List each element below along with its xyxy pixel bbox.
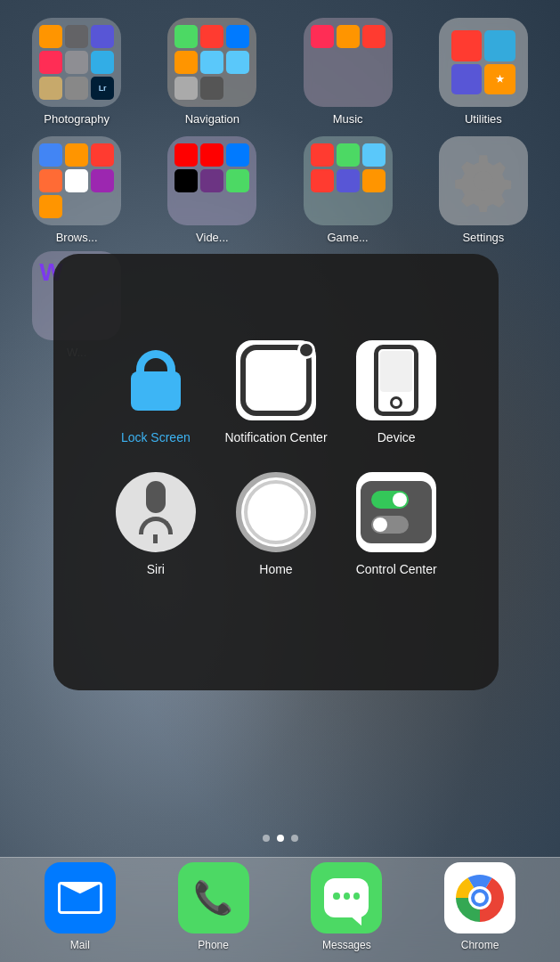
chrome-icon [444,862,515,933]
dock-app-phone[interactable]: 📞 Phone [178,862,249,951]
toggle-knob-1 [393,493,407,507]
control-center-label: Control Center [356,561,437,577]
mic-body [146,481,166,513]
toggle-knob-2 [373,518,387,532]
dock-app-mail[interactable]: Mail [45,862,116,951]
page-dots [0,835,560,842]
folder-row-2: Brows... Vide... [9,136,551,244]
folder-video[interactable]: Vide... [154,136,270,244]
folder-music-icon [304,18,393,107]
page-dot-0[interactable] [263,835,270,842]
lock-case [131,371,181,411]
notification-center-icon [236,340,316,420]
folder-video-icon [167,136,256,225]
folder-settings[interactable]: Settings [426,136,541,244]
folder-utilities-label: Utilities [465,112,502,126]
popup-item-siri[interactable]: Siri [116,472,196,577]
speech-dot-2 [344,893,350,900]
home-label: Home [259,561,292,577]
mic-stand [139,517,173,534]
popup-item-notification-center[interactable]: Notification Center [224,340,327,445]
folder-utilities-icon [439,18,528,107]
folder-navigation-icon [167,18,256,107]
folder-music[interactable]: Music [290,18,406,126]
folder-games-label: Game... [328,231,369,244]
notification-center-label: Notification Center [224,429,327,445]
folder-navigation[interactable]: Navigation [154,18,270,126]
lock-screen-label: Lock Screen [121,429,191,445]
control-center-icon-wrap [356,472,436,552]
home-icon [236,472,316,552]
folder-photography[interactable]: Lr Photography [19,18,134,126]
phone-icon: 📞 [178,862,249,933]
device-label: Device [377,429,416,445]
dock: Mail 📞 Phone Messages [0,857,560,962]
folder-settings-label: Settings [462,231,504,244]
mail-flap [61,885,100,911]
folder-music-label: Music [333,112,363,126]
device-shape [374,345,418,416]
folder-row-1: Lr Photography Navigation [9,18,551,126]
dock-app-chrome[interactable]: Chrome [444,862,515,951]
speech-dot-3 [353,893,360,900]
messages-icon [311,862,382,933]
popup-grid: Lock Screen Notification Center Device [104,340,448,604]
folder-photography-label: Photography [44,112,110,126]
toggle-row-2 [371,516,421,534]
dock-chrome-label: Chrome [461,939,499,951]
dock-app-messages[interactable]: Messages [311,862,382,951]
control-center-shape [361,481,432,543]
page-dot-1[interactable] [277,835,284,842]
folder-browsers[interactable]: Brows... [19,136,134,244]
folder-games-icon [304,136,393,225]
popup-item-device[interactable]: Device [356,340,436,445]
lock-screen-icon [116,340,196,420]
popup-item-home[interactable]: Home [236,472,316,577]
toggle-2 [371,516,409,534]
mic-shape [139,481,173,543]
folder-photography-icon: Lr [32,18,121,107]
dock-messages-label: Messages [322,939,371,951]
folder-utilities[interactable]: Utilities [426,18,541,126]
notification-dot [297,341,315,359]
siri-label: Siri [147,561,165,577]
lock-shackle [136,350,175,373]
toggle-1 [371,491,409,509]
assistive-touch-popup: Lock Screen Notification Center Device [53,254,499,690]
toggle-row-1 [371,491,421,509]
speech-bubble [324,878,369,917]
folder-settings-icon [439,136,528,225]
folder-navigation-label: Navigation [185,112,239,126]
phone-symbol: 📞 [193,879,233,917]
page-dot-2[interactable] [291,835,298,842]
folder-browsers-icon [32,136,121,225]
mail-envelope [58,882,102,914]
folder-browsers-label: Brows... [56,231,98,244]
siri-icon [116,472,196,552]
dock-phone-label: Phone [198,939,229,951]
speech-dot-1 [333,893,339,900]
device-home-button [390,396,402,409]
svg-point-4 [475,893,485,903]
popup-item-lock-screen[interactable]: Lock Screen [116,340,196,445]
mail-icon [45,862,116,933]
speech-dots [324,878,369,914]
dock-mail-label: Mail [70,939,90,951]
home-inner-ring [244,480,308,544]
folder-video-label: Vide... [196,231,229,244]
notification-center-shape [240,345,312,416]
popup-item-control-center[interactable]: Control Center [356,472,437,577]
device-screen [380,351,412,392]
mic-pole [153,534,158,543]
folder-games[interactable]: Game... [290,136,406,244]
device-icon-wrap [356,340,436,420]
